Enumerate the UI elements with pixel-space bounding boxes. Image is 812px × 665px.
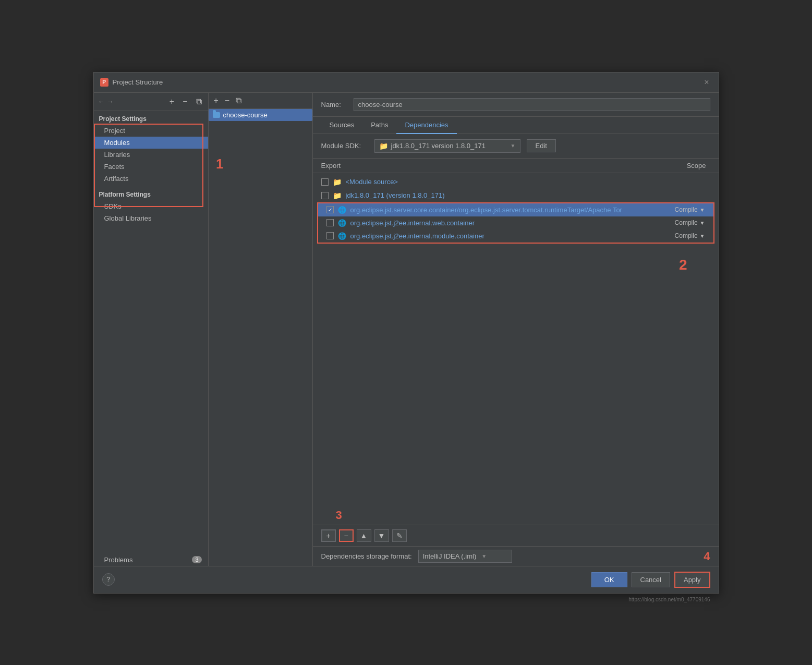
globe-icon-module-container: 🌐 [338,232,346,240]
storage-dropdown[interactable]: IntelliJ IDEA (.iml) ▼ [418,550,512,563]
name-label: Name: [321,101,347,108]
tab-dependencies[interactable]: Dependencies [396,117,456,134]
dep-checkbox-web-container[interactable] [326,219,334,226]
dialog-footer: 4 ? OK Cancel Apply https://blog.csdn.ne… [94,566,719,593]
dep-item-module-source[interactable]: 📁 <Module source> [313,175,719,189]
sdk-dropdown-arrow: ▼ [511,143,516,149]
remove-dep-button[interactable]: − [339,529,354,542]
globe-icon-tomcat: 🌐 [338,206,346,214]
globe-icon-web-container: 🌐 [338,219,346,227]
right-panel: Name: Sources Paths Dependencies [313,93,719,566]
forward-arrow[interactable]: → [107,98,114,105]
tabs: Sources Paths Dependencies [313,117,719,134]
dep-name-tomcat: org.eclipse.jst.server.core.container/or… [350,206,671,214]
sdk-row: Module SDK: 📁 jdk1.8.0_171 version 1.8.0… [313,134,719,159]
dialog-title: Project Structure [113,78,163,86]
dep-scope-arrow-tomcat: ▼ [700,207,705,213]
copy-module-button[interactable]: ⧉ [234,95,244,106]
sdk-label: Module SDK: [321,142,368,150]
annotation-2: 2 [679,257,687,273]
sidebar-item-sdks[interactable]: SDKs [94,200,208,212]
folder-icon-jdk: 📁 [333,191,342,200]
tab-paths[interactable]: Paths [362,117,396,134]
sidebar: ← → + − ⧉ Project Settings 1 Project Mod… [94,93,209,566]
move-up-dep-button[interactable]: ▲ [357,529,371,542]
name-row: Name: [313,93,719,117]
dep-name-web-container: org.eclipse.jst.j2ee.internal.web.contai… [350,219,671,227]
deps-list: 📁 <Module source> 📁 jdk1.8.0_171 (versio… [313,173,719,525]
scope-label: Scope [687,162,706,170]
modules-toolbar: + − ⧉ [209,93,312,109]
export-label: Export [321,162,683,170]
apply-button[interactable]: Apply [674,572,710,588]
add-dep-button[interactable]: + [321,529,336,542]
back-arrow[interactable]: ← [98,98,105,105]
dep-checkbox-module-container[interactable] [326,232,334,239]
remove-button[interactable]: − [180,96,189,107]
add-module-button[interactable]: + [212,95,221,106]
nav-arrows: ← → [98,98,114,105]
storage-label: Dependencies storage format: [321,552,412,560]
dialog-content: ← → + − ⧉ Project Settings 1 Project Mod… [94,93,719,566]
edit-dep-button[interactable]: ✎ [392,529,407,542]
dep-name-jdk: jdk1.8.0_171 (version 1.8.0_171) [346,191,710,199]
deps-header-row: Export Scope [313,159,719,173]
project-structure-dialog: P Project Structure × ← → + − ⧉ Project … [93,72,719,594]
move-down-dep-button[interactable]: ▼ [374,529,389,542]
storage-dropdown-arrow: ▼ [481,553,487,559]
sidebar-item-modules[interactable]: Modules [94,137,208,149]
sidebar-item-facets[interactable]: Facets [94,161,208,173]
sidebar-toolbar: ← → + − ⧉ [94,93,208,111]
dep-name-module-source: <Module source> [346,178,710,186]
close-button[interactable]: × [701,77,712,88]
add-button[interactable]: + [167,96,176,107]
name-input[interactable] [354,98,710,111]
dep-item-module-container[interactable]: 🌐 org.eclipse.jst.j2ee.internal.module.c… [318,229,713,243]
cancel-button[interactable]: Cancel [632,572,670,587]
sidebar-item-project[interactable]: Project [94,125,208,137]
main-split: + − ⧉ choose-course Name: [209,93,719,566]
project-settings-header: Project Settings [94,111,208,125]
sidebar-item-global-libraries[interactable]: Global Libraries [94,212,208,224]
deps-area: Export Scope 📁 <Module source> [313,159,719,566]
sidebar-item-problems[interactable]: Problems 3 [94,554,208,566]
dep-checkbox-jdk[interactable] [321,192,329,199]
app-icon: P [100,78,108,87]
footer-url: https://blog.csdn.net/m0_47709146 [628,597,710,602]
dep-checkbox-tomcat[interactable]: ✓ [326,206,334,213]
dep-scope-web-container[interactable]: Compile ▼ [675,219,705,226]
ok-button[interactable]: OK [591,572,627,587]
dep-scope-arrow-web-container: ▼ [700,220,705,226]
title-bar-left: P Project Structure [100,78,163,87]
dep-name-module-container: org.eclipse.jst.j2ee.internal.module.con… [350,232,671,240]
module-item-choose-course[interactable]: choose-course [209,109,312,121]
folder-icon-module-source: 📁 [333,178,342,186]
help-button[interactable]: ? [102,573,115,586]
folder-icon [213,112,220,118]
problems-badge: 3 [192,556,201,563]
dep-scope-module-container[interactable]: Compile ▼ [675,232,705,239]
title-bar: P Project Structure × [94,72,719,93]
edit-sdk-button[interactable]: Edit [527,139,556,152]
sdk-dropdown[interactable]: 📁 jdk1.8.0_171 version 1.8.0_171 ▼ [374,139,520,153]
bottom-toolbar: 3 + − ▲ ▼ ✎ [313,525,719,546]
storage-row: Dependencies storage format: IntelliJ ID… [313,546,719,566]
sidebar-item-artifacts[interactable]: Artifacts [94,173,208,185]
dep-scope-tomcat[interactable]: Compile ▼ [675,206,705,213]
platform-settings-header: Platform Settings [94,185,208,200]
dep-item-jdk[interactable]: 📁 jdk1.8.0_171 (version 1.8.0_171) [313,189,719,202]
dep-scope-arrow-module-container: ▼ [700,233,705,239]
remove-module-button[interactable]: − [223,95,232,106]
sidebar-item-libraries[interactable]: Libraries [94,149,208,161]
copy-button[interactable]: ⧉ [194,96,204,107]
folder-icon-sdk: 📁 [379,142,388,150]
dep-item-tomcat[interactable]: ✓ 🌐 org.eclipse.jst.server.core.containe… [318,203,713,216]
tab-sources[interactable]: Sources [321,117,363,134]
modules-pane: + − ⧉ choose-course [209,93,313,566]
dep-item-web-container[interactable]: 🌐 org.eclipse.jst.j2ee.internal.web.cont… [318,216,713,229]
dep-checkbox-module-source[interactable] [321,178,329,186]
